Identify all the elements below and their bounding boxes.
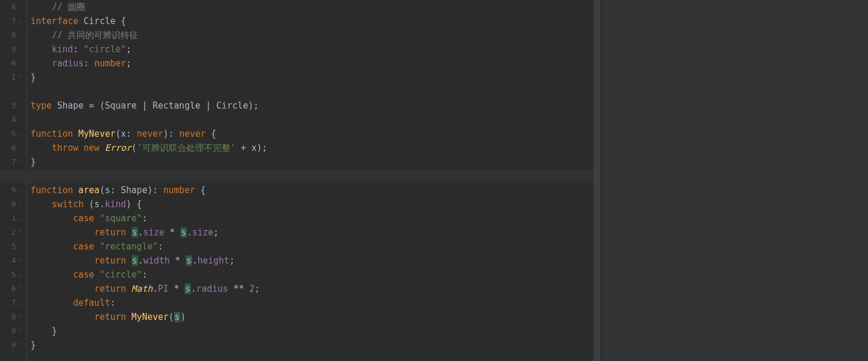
fold-toggle-icon[interactable]: ⌃ bbox=[19, 328, 25, 334]
line-number[interactable]: 7 bbox=[0, 14, 16, 28]
line-number[interactable]: 4 bbox=[0, 254, 16, 268]
code-token: : bbox=[110, 185, 120, 195]
code-line[interactable]: // 圆圈 bbox=[31, 0, 594, 14]
code-line[interactable]: case "rectangle": bbox=[31, 239, 594, 254]
code-line[interactable]: } bbox=[31, 338, 594, 352]
code-token: : bbox=[158, 241, 163, 252]
line-number[interactable]: 8 bbox=[0, 310, 16, 324]
code-token: : bbox=[126, 129, 137, 139]
code-line[interactable]: return s.size * s.size; bbox=[31, 225, 594, 239]
code-line[interactable]: default: bbox=[31, 296, 594, 310]
code-token: ; bbox=[254, 284, 260, 294]
code-token: return bbox=[94, 312, 131, 322]
code-token: ; bbox=[126, 44, 132, 55]
code-line[interactable] bbox=[31, 113, 594, 127]
line-number[interactable]: 8 bbox=[0, 28, 16, 42]
scrollbar-track[interactable] bbox=[594, 0, 601, 361]
code-line[interactable]: type Shape = (Square | Rectangle | Circl… bbox=[31, 99, 594, 113]
code-token: default bbox=[73, 298, 110, 308]
code-token: // 圆圈 bbox=[52, 2, 85, 12]
code-token: ; bbox=[126, 58, 132, 69]
line-number[interactable]: 6 bbox=[0, 0, 16, 14]
code-token: ; bbox=[229, 255, 234, 266]
fold-toggle-icon[interactable]: ⌃ bbox=[19, 75, 25, 80]
fold-toggle-icon[interactable]: ⌄ bbox=[19, 272, 25, 278]
code-token bbox=[31, 284, 94, 294]
code-line[interactable]: kind: "circle"; bbox=[31, 42, 594, 56]
editor-container: 678901345678901234567890 ⌄⌃⌄⌃⌄⌄⌄⌃⌄⌃⌄⌃⌄⌃⌃… bbox=[0, 0, 868, 361]
code-line[interactable]: radius: number; bbox=[31, 56, 594, 70]
code-line[interactable]: case "circle": bbox=[31, 268, 594, 282]
line-number[interactable]: 2 bbox=[0, 225, 16, 239]
code-token: MyNever bbox=[78, 129, 115, 139]
code-line[interactable]: case "square": bbox=[31, 211, 594, 225]
code-line[interactable]: return Math.PI * s.radius ** 2; bbox=[31, 282, 594, 296]
code-token: "square" bbox=[99, 213, 142, 224]
fold-toggle-icon[interactable]: ⌄ bbox=[19, 201, 25, 207]
code-token: ); bbox=[257, 143, 267, 153]
line-number[interactable]: 6 bbox=[0, 141, 16, 155]
line-number[interactable]: 0 bbox=[0, 197, 16, 211]
code-line[interactable]: return s.width * s.height; bbox=[31, 254, 594, 268]
line-number[interactable]: 1 bbox=[0, 70, 16, 85]
code-line[interactable]: switch (s.kind) { bbox=[31, 197, 594, 211]
line-number[interactable]: 0 bbox=[0, 56, 16, 70]
code-token: * bbox=[169, 284, 185, 294]
fold-toggle-icon[interactable]: ⌃ bbox=[19, 159, 25, 165]
code-token bbox=[31, 58, 52, 69]
code-token: switch bbox=[52, 199, 89, 210]
line-number[interactable]: 3 bbox=[0, 99, 16, 113]
fold-toggle-icon[interactable]: ⌄ bbox=[19, 18, 25, 24]
code-token: | bbox=[206, 100, 216, 111]
code-token: Error bbox=[105, 143, 131, 153]
code-token: s bbox=[185, 284, 191, 294]
line-number[interactable] bbox=[0, 85, 16, 99]
code-token bbox=[31, 143, 52, 153]
code-line[interactable]: function area(s: Shape): number { bbox=[31, 183, 594, 197]
code-token bbox=[31, 30, 52, 41]
line-number[interactable]: 9 bbox=[0, 183, 16, 197]
code-token: . bbox=[153, 284, 158, 294]
code-line[interactable]: // 共同的可辨识特征 bbox=[31, 28, 594, 42]
fold-toggle-icon[interactable]: ⌃ bbox=[19, 258, 25, 264]
code-line[interactable]: } bbox=[31, 155, 594, 169]
code-line[interactable]: return MyNever(s) bbox=[31, 310, 594, 324]
code-line[interactable]: interface Circle { bbox=[31, 14, 594, 28]
line-number[interactable]: 9 bbox=[0, 42, 16, 56]
fold-toggle-icon[interactable]: ⌃ bbox=[19, 342, 25, 348]
code-token: number bbox=[163, 185, 200, 195]
code-token: { bbox=[200, 185, 206, 195]
line-number[interactable]: 7 bbox=[0, 296, 16, 310]
code-token: Shape bbox=[57, 100, 89, 111]
code-token: Square bbox=[105, 100, 142, 111]
code-area[interactable]: // 圆圈interface Circle { // 共同的可辨识特征 kind… bbox=[26, 0, 594, 361]
line-number[interactable]: 1 bbox=[0, 211, 16, 225]
fold-toggle-icon[interactable]: ⌄ bbox=[19, 187, 25, 193]
line-number[interactable]: 3 bbox=[0, 239, 16, 254]
line-number[interactable]: 7 bbox=[0, 155, 16, 169]
code-token: radius bbox=[196, 284, 228, 294]
fold-toggle-icon[interactable]: ⌄ bbox=[19, 131, 25, 137]
line-number[interactable]: 4 bbox=[0, 113, 16, 127]
code-line[interactable] bbox=[31, 85, 594, 99]
fold-toggle-icon[interactable]: ⌄ bbox=[19, 244, 25, 249]
code-token: s bbox=[132, 255, 138, 266]
code-line[interactable]: } bbox=[31, 324, 594, 338]
line-number[interactable]: 9 bbox=[0, 324, 16, 338]
fold-toggle-icon[interactable]: ⌄ bbox=[19, 300, 25, 306]
fold-toggle-icon[interactable]: ⌃ bbox=[19, 230, 25, 235]
line-number[interactable]: 0 bbox=[0, 338, 16, 352]
code-token: never bbox=[137, 129, 163, 139]
code-line[interactable]: } bbox=[31, 70, 594, 85]
fold-toggle-icon[interactable]: ⌃ bbox=[19, 314, 25, 320]
fold-toggle-icon[interactable]: ⌄ bbox=[19, 215, 25, 221]
code-line[interactable]: function MyNever(x: never): never { bbox=[31, 127, 594, 141]
fold-toggle-icon[interactable]: ⌃ bbox=[19, 286, 25, 292]
code-token bbox=[31, 213, 73, 224]
code-token: : bbox=[110, 298, 115, 308]
line-number[interactable]: 5 bbox=[0, 268, 16, 282]
code-line[interactable]: throw new Error('可辨识联合处理不完整' + x); bbox=[31, 141, 594, 155]
code-token: ; bbox=[213, 227, 219, 238]
line-number[interactable]: 5 bbox=[0, 127, 16, 141]
line-number[interactable]: 6 bbox=[0, 282, 16, 296]
